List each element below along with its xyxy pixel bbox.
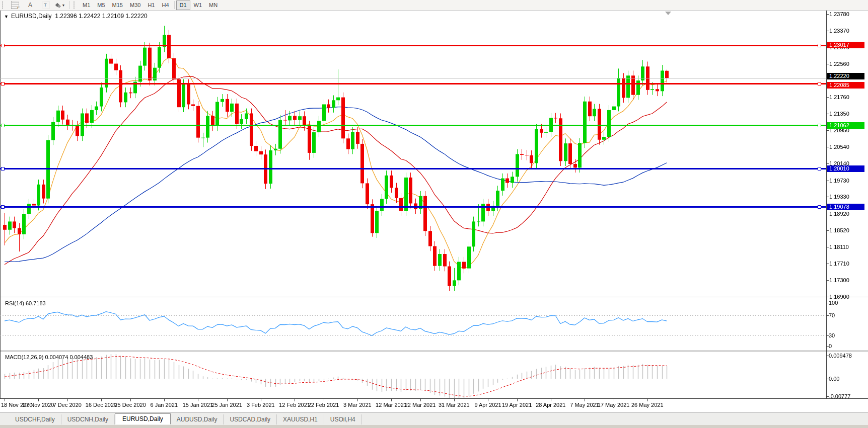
resistance-line-2[interactable]	[0, 83, 826, 84]
macd-indicator-label: MACD(12,26,9) 0.004074 0.004483	[5, 354, 93, 360]
text-label-tool-button[interactable]: T	[38, 1, 53, 10]
text-tool-icon: A	[28, 2, 32, 9]
timeframe-button-M1[interactable]: M1	[79, 1, 94, 10]
ohlc-readout: ▼EURUSD,Daily 1.22396 1.22422 1.22109 1.…	[4, 13, 148, 20]
price-axis-label: 1.18520	[829, 227, 849, 233]
support-line-blue-1[interactable]	[0, 168, 826, 169]
timeframe-button-M15[interactable]: M15	[109, 1, 126, 10]
timeframe-group-drag-handle[interactable]	[74, 2, 77, 9]
macd-axis-label: 0.009478	[829, 353, 852, 359]
fibonacci-retracement-tool-button[interactable]: F	[8, 1, 23, 10]
time-axis-label: 7 May 2021	[570, 402, 599, 408]
support-line-green[interactable]	[0, 125, 826, 126]
time-axis-label: 17 May 2021	[598, 402, 630, 408]
tab-USDCAD-Daily[interactable]: USDCAD,Daily	[224, 414, 277, 424]
price-axis-label: 1.23780	[829, 11, 849, 17]
chevron-down-icon[interactable]: ▼	[62, 4, 65, 7]
line-handle-left[interactable]	[1, 44, 5, 47]
timeframe-toolbar: M1M5M15M30H1H4D1W1MN	[79, 1, 221, 10]
arrows-tool-button[interactable]: ▼	[53, 1, 68, 10]
terminal-window: F A T ▼ M1M5M15M30H1H4D1W1MN ▼EURUSD,Dai…	[0, 0, 868, 428]
rsi-indicator-label: RSI(14) 60.7183	[5, 300, 46, 306]
symbol-dropdown-icon[interactable]: ▼	[4, 14, 9, 19]
rsi-axis-label: 100	[829, 300, 838, 306]
price-axis-label: 1.20540	[829, 144, 849, 150]
price-axis-label: 1.19330	[829, 194, 849, 200]
price-axis-label: 1.18110	[829, 244, 849, 250]
price-badge-1.20010: 1.20010	[827, 165, 864, 172]
text-tool-button[interactable]: A	[23, 1, 38, 10]
price-axis-label: 1.23370	[829, 28, 849, 34]
line-handle-right[interactable]	[818, 167, 821, 170]
chart-canvas[interactable]	[0, 0, 868, 428]
line-handle-right[interactable]	[818, 44, 821, 47]
time-axis-label: 12 Feb 2021	[279, 402, 310, 408]
tab-EURUSD-Daily[interactable]: EURUSD,Daily	[115, 413, 171, 424]
line-handle-left[interactable]	[1, 82, 5, 85]
timeframe-button-M5[interactable]: M5	[94, 1, 108, 10]
time-axis-label: 25 Dec 2020	[114, 402, 146, 408]
toolbar-drag-handle[interactable]	[2, 2, 6, 9]
support-line-blue-2[interactable]	[0, 206, 826, 208]
line-handle-left[interactable]	[1, 124, 5, 127]
rsi-axis-label: 30	[829, 332, 835, 338]
time-axis-label: 28 Apr 2021	[536, 402, 565, 408]
price-axis-label: 1.21760	[829, 94, 849, 100]
price-badge-1.23017: 1.23017	[827, 42, 864, 48]
macd-axis-label: -0.00777	[829, 393, 850, 399]
time-axis-label: 7 Dec 2020	[53, 402, 82, 408]
price-axis-label: 1.19730	[829, 178, 849, 184]
time-axis-label: 16 Dec 2020	[86, 402, 117, 408]
time-axis-label: 31 Mar 2021	[439, 402, 470, 408]
toolbar-separator	[174, 1, 175, 9]
line-handle-left[interactable]	[1, 167, 5, 170]
tab-USDCNH-Daily[interactable]: USDCNH,Daily	[61, 414, 115, 424]
timeframe-button-MN[interactable]: MN	[205, 1, 221, 10]
time-axis-label: 22 Feb 2021	[308, 402, 339, 408]
tab-USOil-H4[interactable]: USOil,H4	[324, 414, 362, 424]
resistance-line-1[interactable]	[0, 45, 826, 46]
chart-shift-marker[interactable]	[665, 12, 671, 15]
rsi-axis-label: 0	[829, 343, 832, 349]
line-handle-right[interactable]	[818, 205, 821, 209]
time-axis-label: 3 Mar 2021	[343, 402, 372, 408]
price-axis-label: 1.17710	[829, 261, 849, 267]
symbol-tab-bar: USDCHF,DailyUSDCNH,DailyEURUSD,DailyAUDU…	[0, 412, 868, 425]
arrows-icon-secondary	[57, 5, 60, 8]
fibonacci-icon: F	[11, 2, 19, 9]
tab-XAUUSD-H1[interactable]: XAUUSD,H1	[277, 414, 324, 424]
price-axis-label: 1.17300	[829, 277, 849, 283]
timeframe-button-M30[interactable]: M30	[126, 1, 144, 10]
line-handle-left[interactable]	[1, 205, 5, 209]
time-axis-label: 19 Apr 2021	[502, 402, 532, 408]
time-axis-label: 9 Apr 2021	[474, 402, 501, 408]
time-axis-label: 25 Jan 2021	[211, 402, 242, 408]
time-axis-label: 3 Feb 2021	[247, 402, 275, 408]
time-axis-label: 15 Jan 2021	[183, 402, 213, 408]
tab-USDCHF-Daily[interactable]: USDCHF,Daily	[9, 414, 61, 424]
rsi-axis-label: 70	[829, 312, 835, 318]
time-axis-label: 22 Mar 2021	[405, 402, 436, 408]
time-axis-label: 27 Nov 2020	[23, 402, 54, 408]
timeframe-button-H4[interactable]: H4	[158, 1, 172, 10]
line-handle-right[interactable]	[818, 124, 821, 127]
toolbar: F A T ▼ M1M5M15M30H1H4D1W1MN	[0, 0, 868, 11]
line-handle-right[interactable]	[818, 82, 821, 85]
timeframe-button-D1[interactable]: D1	[176, 1, 190, 10]
timeframe-button-H1[interactable]: H1	[144, 1, 158, 10]
price-axis-label: 1.16900	[829, 294, 849, 300]
time-axis-label: 26 May 2021	[631, 402, 664, 408]
chart-symbol-label: EURUSD,Daily	[11, 13, 52, 20]
ohlc-values: 1.22396 1.22422 1.22109 1.22220	[55, 13, 148, 20]
toolbar-separator	[69, 1, 70, 9]
price-axis-label: 1.22560	[829, 61, 849, 67]
current-price-badge: 1.22220	[827, 73, 864, 79]
price-axis-label: 1.18920	[829, 211, 849, 217]
price-badge-1.22085: 1.22085	[827, 82, 864, 89]
tab-AUDUSD-Daily[interactable]: AUDUSD,Daily	[171, 414, 224, 424]
time-axis-label: 12 Mar 2021	[376, 402, 407, 408]
price-axis-label: 1.21350	[829, 111, 849, 117]
timeframe-button-W1[interactable]: W1	[190, 1, 206, 10]
status-strip	[0, 425, 868, 428]
time-axis-label: 6 Jan 2021	[151, 402, 178, 408]
